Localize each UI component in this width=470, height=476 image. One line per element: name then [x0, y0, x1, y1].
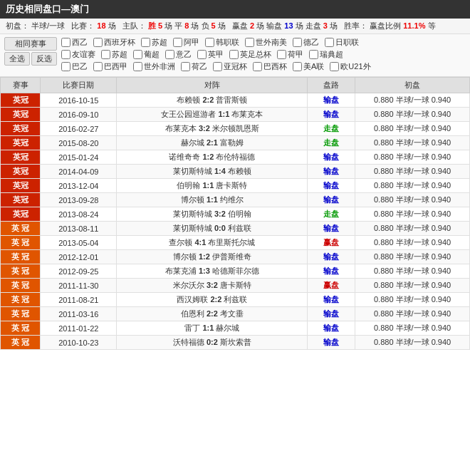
- league-cell: 英 冠: [1, 293, 41, 307]
- match-cell: 赫尔城 2:1 富勒姆: [117, 136, 308, 150]
- status-cell: 输盘: [308, 179, 355, 193]
- filter-checkbox-韩职联[interactable]: 韩职联: [205, 37, 239, 48]
- table-row: 英 冠2011-08-21西汉姆联 2:2 利兹联输盘0.880 半球/一球 0…: [1, 293, 470, 307]
- date-cell: 2010-10-23: [41, 336, 117, 350]
- initial-cell: 0.880 半球/一球 0.940: [355, 250, 470, 264]
- filter-checkbox-苏超[interactable]: 苏超: [141, 37, 167, 48]
- zou-count: 3: [323, 21, 328, 30]
- league-cell: 英 冠: [1, 222, 41, 236]
- filter-checkbox-德乙[interactable]: 德乙: [293, 37, 319, 48]
- filter-checkbox-意乙[interactable]: 意乙: [165, 49, 192, 60]
- initial-cell: 0.880 半球/一球 0.940: [355, 321, 470, 336]
- ratio-extra: 等: [428, 21, 436, 30]
- filter-checkbox-友谊赛[interactable]: 友谊赛: [61, 49, 95, 60]
- match-unit: 场: [108, 21, 116, 30]
- initial-cell: 0.880 半球/一球 0.940: [355, 222, 470, 236]
- status-cell: 走盘: [308, 122, 355, 136]
- match-cell: 布赖顿 2:2 普雷斯顿: [117, 93, 308, 108]
- date-cell: 2011-08-21: [41, 293, 117, 307]
- lose-unit: 场: [218, 21, 226, 30]
- league-cell: 英冠: [1, 179, 41, 193]
- lose-label: 负: [202, 21, 209, 30]
- match-cell: 博尔顿 1:1 约维尔: [117, 193, 308, 207]
- date-cell: 2013-08-11: [41, 222, 117, 236]
- date-cell: 2013-09-28: [41, 193, 117, 207]
- status-cell: 走盘: [308, 207, 355, 222]
- match-cell: 雷丁 1:1 赫尔城: [117, 321, 308, 336]
- match-cell: 米尔沃尔 3:2 唐卡斯特: [117, 279, 308, 293]
- initial-cell: 0.880 半球/一球 0.940: [355, 207, 470, 222]
- date-cell: 2012-12-01: [41, 250, 117, 264]
- match-cell: 沃特福德 0:2 斯坎索普: [117, 336, 308, 350]
- date-cell: 2013-12-04: [41, 179, 117, 193]
- match-cell: 布莱克本 3:2 米尔顿凯恩斯: [117, 122, 308, 136]
- draw-label: 平: [174, 21, 182, 30]
- match-cell: 莱切斯特城 0:0 利兹联: [117, 222, 308, 236]
- status-cell: 输盘: [308, 336, 355, 350]
- filter-checkbox-西乙[interactable]: 西乙: [61, 37, 88, 48]
- matches-table-container: 赛事 比赛日期 对阵 盘路 初盘 英冠2016-10-15布赖顿 2:2 普雷斯…: [0, 77, 470, 350]
- date-cell: 2016-02-27: [41, 122, 117, 136]
- match-cell: 伯明翰 1:1 唐卡斯特: [117, 179, 308, 193]
- filter-checkbox-瑞典超[interactable]: 瑞典超: [309, 49, 343, 60]
- league-cell: 英冠: [1, 165, 41, 179]
- filter-checkbox-葡超[interactable]: 葡超: [133, 49, 160, 60]
- table-row: 英 冠2011-03-16伯恩利 2:2 考文垂输盘0.880 半球/一球 0.…: [1, 307, 470, 321]
- table-row: 英冠2015-08-20赫尔城 2:1 富勒姆走盘0.880 半球/一球 0.9…: [1, 136, 470, 150]
- filter-checkbox-日职联[interactable]: 日职联: [325, 37, 359, 48]
- status-cell: 输盘: [308, 264, 355, 279]
- home-win-unit: 场: [164, 21, 172, 30]
- match-cell: 莱切斯特城 3:2 伯明翰: [117, 207, 308, 222]
- filter-checkbox-苏超[interactable]: 苏超: [101, 49, 127, 60]
- table-row: 英 冠2012-09-25布莱克浦 1:3 哈德斯菲尔德输盘0.880 半球/一…: [1, 264, 470, 279]
- status-cell: 输盘: [308, 150, 355, 165]
- filter-checkbox-阿甲[interactable]: 阿甲: [173, 37, 199, 48]
- filter-checkbox-荷乙[interactable]: 荷乙: [181, 61, 207, 72]
- table-row: 英冠2016-10-15布赖顿 2:2 普雷斯顿输盘0.880 半球/一球 0.…: [1, 93, 470, 108]
- shuqiu-label: 输盘: [266, 21, 282, 30]
- status-cell: 输盘: [308, 93, 355, 108]
- table-row: 英冠2016-02-27布莱克本 3:2 米尔顿凯恩斯走盘0.880 半球/一球…: [1, 122, 470, 136]
- filter-checkbox-美A联[interactable]: 美A联: [293, 61, 324, 72]
- table-row: 英冠2016-09-10女王公园巡游者 1:1 布莱克本输盘0.880 半球/一…: [1, 108, 470, 122]
- table-row: 英 冠2012-12-01博尔顿 1:2 伊普斯维奇输盘0.880 半球/一球 …: [1, 250, 470, 264]
- table-row: 英冠2014-04-09莱切斯特城 1:4 布赖顿输盘0.880 半球/一球 0…: [1, 165, 470, 179]
- filter-checkbox-巴乙[interactable]: 巴乙: [61, 61, 88, 72]
- filter-checkbox-世外非洲[interactable]: 世外非洲: [133, 61, 175, 72]
- filter-checkbox-巴西杯[interactable]: 巴西杯: [253, 61, 287, 72]
- filter-checkbox-巴西甲[interactable]: 巴西甲: [93, 61, 127, 72]
- match-label: 比赛：: [71, 21, 95, 30]
- date-cell: 2014-04-09: [41, 165, 117, 179]
- league-cell: 英冠: [1, 193, 41, 207]
- initial-cell: 0.880 半球/一球 0.940: [355, 236, 470, 250]
- table-row: 英 冠2011-11-30米尔沃尔 3:2 唐卡斯特赢盘0.880 半球/一球 …: [1, 279, 470, 293]
- filter-checkbox-欧U21外[interactable]: 欧U21外: [330, 61, 370, 72]
- filter-checkbox-荷甲[interactable]: 荷甲: [277, 49, 303, 60]
- date-cell: 2012-09-25: [41, 264, 117, 279]
- filter-checkbox-世外南美[interactable]: 世外南美: [245, 37, 287, 48]
- league-cell: 英冠: [1, 122, 41, 136]
- league-cell: 英 冠: [1, 250, 41, 264]
- date-cell: 2015-08-20: [41, 136, 117, 150]
- filter-checkbox-西班牙杯[interactable]: 西班牙杯: [93, 37, 135, 48]
- initial-cell: 0.880 半球/一球 0.940: [355, 150, 470, 165]
- table-row: 英冠2013-12-04伯明翰 1:1 唐卡斯特输盘0.880 半球/一球 0.…: [1, 179, 470, 193]
- initial-cell: 0.880 半球/一球 0.940: [355, 336, 470, 350]
- filter-checkbox-英足总杯[interactable]: 英足总杯: [229, 49, 271, 60]
- sheng-label: 胜率：: [344, 21, 367, 30]
- ratio-val: 11.1%: [403, 21, 425, 30]
- initial-cell: 0.880 半球/一球 0.940: [355, 179, 470, 193]
- league-cell: 英冠: [1, 108, 41, 122]
- select-all-button[interactable]: 全选: [4, 52, 30, 66]
- col-date: 比赛日期: [41, 78, 117, 93]
- status-cell: 输盘: [308, 193, 355, 207]
- yaball-label: 赢盘: [232, 21, 248, 30]
- filter-checkbox-英甲[interactable]: 英甲: [197, 49, 224, 60]
- deselect-button[interactable]: 反选: [31, 52, 57, 66]
- filter-checkbox-亚冠杯[interactable]: 亚冠杯: [213, 61, 247, 72]
- table-row: 英冠2015-01-24诺维奇奇 1:2 布伦特福德输盘0.880 半球/一球 …: [1, 150, 470, 165]
- status-cell: 输盘: [308, 165, 355, 179]
- match-cell: 查尔顿 4:1 布里斯托尔城: [117, 236, 308, 250]
- similar-match-button[interactable]: 相同赛事: [4, 37, 57, 51]
- date-cell: 2013-05-04: [41, 236, 117, 250]
